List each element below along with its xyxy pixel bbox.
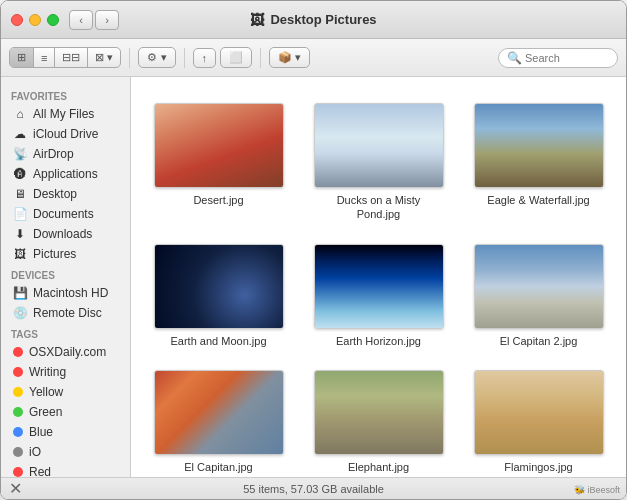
sidebar-item-tag-yellow[interactable]: Yellow — [3, 382, 128, 402]
file-name-el-capitan: El Capitan.jpg — [184, 460, 253, 474]
delete-button[interactable]: ✕ — [9, 479, 22, 498]
watermark-icon: 🐝 — [574, 485, 585, 495]
sidebar-item-tag-blue[interactable]: Blue — [3, 422, 128, 442]
arrange-button[interactable]: ⚙ ▾ — [138, 47, 175, 68]
file-item-el-capitan[interactable]: El Capitan.jpg — [141, 364, 296, 477]
traffic-lights — [11, 14, 59, 26]
file-grid: Desert.jpgDucks on a Misty Pond.jpgEagle… — [141, 97, 616, 477]
tag-dot-writing — [13, 367, 23, 377]
close-button[interactable] — [11, 14, 23, 26]
sidebar-item-all-my-files[interactable]: ⌂ All My Files — [3, 104, 128, 124]
tag-dot-io — [13, 447, 23, 457]
sidebar-item-label: Desktop — [33, 187, 77, 201]
sidebar-item-tag-green[interactable]: Green — [3, 402, 128, 422]
dropbox-button[interactable]: 📦 ▾ — [269, 47, 310, 68]
file-name-desert: Desert.jpg — [193, 193, 243, 207]
file-thumbnail-ducks-misty — [314, 103, 444, 188]
sidebar-item-label: OSXDaily.com — [29, 345, 106, 359]
separator-1 — [129, 48, 130, 68]
file-thumbnail-eagle-waterfall — [474, 103, 604, 188]
file-name-eagle-waterfall: Eagle & Waterfall.jpg — [487, 193, 589, 207]
sidebar-item-pictures[interactable]: 🖼 Pictures — [3, 244, 128, 264]
sidebar-item-tag-red[interactable]: Red — [3, 462, 128, 477]
sidebar-item-label: AirDrop — [33, 147, 74, 161]
sidebar-item-label: All My Files — [33, 107, 94, 121]
sidebar-item-downloads[interactable]: ⬇ Downloads — [3, 224, 128, 244]
file-name-earth-horizon: Earth Horizon.jpg — [336, 334, 421, 348]
file-thumbnail-earth-horizon — [314, 244, 444, 329]
sidebar-item-airdrop[interactable]: 📡 AirDrop — [3, 144, 128, 164]
tags-section-label: Tags — [1, 323, 130, 342]
sidebar-item-label: Blue — [29, 425, 53, 439]
sidebar-item-applications[interactable]: 🅐 Applications — [3, 164, 128, 184]
sidebar-item-tag-osxdaily[interactable]: OSXDaily.com — [3, 342, 128, 362]
view-buttons: ⊞ ≡ ⊟⊟ ⊠ ▾ — [9, 47, 121, 68]
sidebar-item-tag-io[interactable]: iO — [3, 442, 128, 462]
file-item-elephant[interactable]: Elephant.jpg — [301, 364, 456, 477]
status-bar: ✕ 55 items, 57.03 GB available 🐝 iBeesof… — [1, 477, 626, 499]
file-thumbnail-el-capitan — [154, 370, 284, 455]
disc-icon: 💿 — [13, 306, 27, 320]
applications-icon: 🅐 — [13, 167, 27, 181]
sidebar-item-label: Applications — [33, 167, 98, 181]
sidebar-item-label: Macintosh HD — [33, 286, 108, 300]
file-item-earth-horizon[interactable]: Earth Horizon.jpg — [301, 238, 456, 354]
devices-section-label: Devices — [1, 264, 130, 283]
toolbar: ⊞ ≡ ⊟⊟ ⊠ ▾ ⚙ ▾ ↑ ⬜ 📦 ▾ 🔍 — [1, 39, 626, 77]
sidebar-item-label: Remote Disc — [33, 306, 102, 320]
sidebar-item-macintosh-hd[interactable]: 💾 Macintosh HD — [3, 283, 128, 303]
search-icon: 🔍 — [507, 51, 522, 65]
file-thumbnail-el-capitan-2 — [474, 244, 604, 329]
minimize-button[interactable] — [29, 14, 41, 26]
nav-buttons: ‹ › — [69, 10, 119, 30]
status-text: 55 items, 57.03 GB available — [243, 483, 384, 495]
file-thumbnail-desert — [154, 103, 284, 188]
airdrop-icon: 📡 — [13, 147, 27, 161]
file-item-desert[interactable]: Desert.jpg — [141, 97, 296, 228]
sidebar: Favorites ⌂ All My Files ☁ iCloud Drive … — [1, 77, 131, 477]
sidebar-item-label: Writing — [29, 365, 66, 379]
maximize-button[interactable] — [47, 14, 59, 26]
file-item-el-capitan-2[interactable]: El Capitan 2.jpg — [461, 238, 616, 354]
file-name-ducks-misty: Ducks on a Misty Pond.jpg — [314, 193, 444, 222]
sidebar-item-label: Green — [29, 405, 62, 419]
sidebar-item-label: Pictures — [33, 247, 76, 261]
separator-3 — [260, 48, 261, 68]
column-view-button[interactable]: ⊟⊟ — [55, 48, 88, 67]
sidebar-item-label: Downloads — [33, 227, 92, 241]
sidebar-item-remote-disc[interactable]: 💿 Remote Disc — [3, 303, 128, 323]
file-thumbnail-earth-moon — [154, 244, 284, 329]
search-input[interactable] — [525, 52, 609, 64]
file-grid-container[interactable]: Desert.jpgDucks on a Misty Pond.jpgEagle… — [131, 77, 626, 477]
tag-dot-osxdaily — [13, 347, 23, 357]
forward-button[interactable]: › — [95, 10, 119, 30]
documents-icon: 📄 — [13, 207, 27, 221]
file-item-flamingos[interactable]: Flamingos.jpg — [461, 364, 616, 477]
sidebar-item-icloud-drive[interactable]: ☁ iCloud Drive — [3, 124, 128, 144]
search-box[interactable]: 🔍 — [498, 48, 618, 68]
desktop-icon: 🖥 — [13, 187, 27, 201]
sidebar-item-label: iO — [29, 445, 41, 459]
icloud-icon: ☁ — [13, 127, 27, 141]
sidebar-item-desktop[interactable]: 🖥 Desktop — [3, 184, 128, 204]
all-files-icon: ⌂ — [13, 107, 27, 121]
file-thumbnail-elephant — [314, 370, 444, 455]
finder-window: ‹ › 🖼 Desktop Pictures ⊞ ≡ ⊟⊟ ⊠ ▾ ⚙ ▾ ↑ … — [0, 0, 627, 500]
folder-icon: 🖼 — [250, 12, 264, 28]
separator-2 — [184, 48, 185, 68]
file-item-earth-moon[interactable]: Earth and Moon.jpg — [141, 238, 296, 354]
window-title-text: Desktop Pictures — [270, 12, 376, 27]
file-name-earth-moon: Earth and Moon.jpg — [170, 334, 266, 348]
file-item-eagle-waterfall[interactable]: Eagle & Waterfall.jpg — [461, 97, 616, 228]
sidebar-item-tag-writing[interactable]: Writing — [3, 362, 128, 382]
icon-view-button[interactable]: ⊞ — [10, 48, 34, 67]
file-item-ducks-misty[interactable]: Ducks on a Misty Pond.jpg — [301, 97, 456, 228]
tag-dot-blue — [13, 427, 23, 437]
share-button[interactable]: ↑ — [193, 48, 217, 68]
coverflow-view-button[interactable]: ⊠ ▾ — [88, 48, 120, 67]
list-view-button[interactable]: ≡ — [34, 48, 55, 67]
favorites-section-label: Favorites — [1, 85, 130, 104]
quicklook-button[interactable]: ⬜ — [220, 47, 252, 68]
sidebar-item-documents[interactable]: 📄 Documents — [3, 204, 128, 224]
back-button[interactable]: ‹ — [69, 10, 93, 30]
